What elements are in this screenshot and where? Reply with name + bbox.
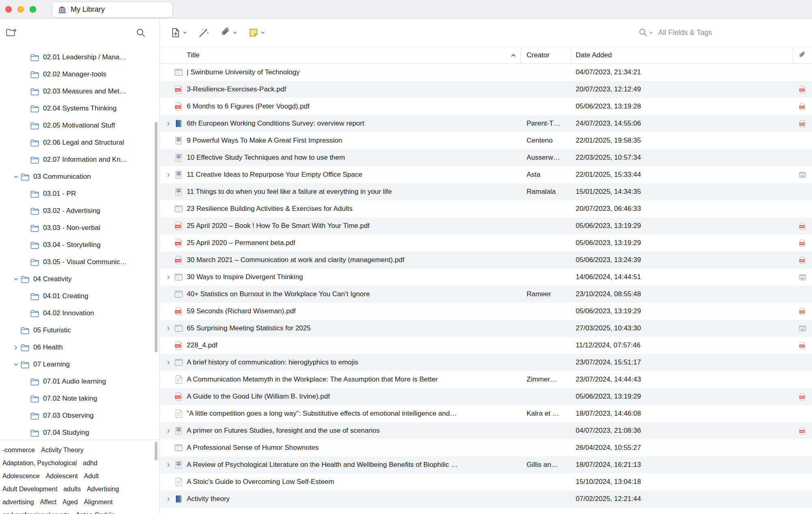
expand-chevron-icon[interactable] <box>164 461 173 469</box>
expand-chevron-icon[interactable] <box>164 273 173 282</box>
pdf-attachment-icon[interactable]: PDF <box>799 239 806 247</box>
tag-item[interactable]: Affect <box>40 499 56 506</box>
add-attachment-button[interactable] <box>220 27 237 38</box>
pdf-attachment-icon[interactable]: PDF <box>799 393 806 401</box>
pdf-attachment-icon[interactable]: PDF <box>799 120 806 128</box>
collection-item[interactable]: 07.03 Observing <box>0 407 159 424</box>
collection-item[interactable]: 02.04 Systems Thinking <box>0 100 159 117</box>
collection-item[interactable]: 03.05 - Visual Communic… <box>0 254 159 271</box>
minimize-button[interactable] <box>17 6 24 13</box>
collection-search-button[interactable] <box>135 27 147 39</box>
snapshot-attachment-icon[interactable] <box>799 325 806 332</box>
collection-item[interactable]: 05 Futuristic <box>0 322 159 339</box>
pdf-attachment-icon[interactable]: PDF <box>799 86 806 93</box>
collection-item[interactable]: 02.05 Motivational Stuff <box>0 117 159 134</box>
tag-item[interactable]: Alignment <box>84 499 112 506</box>
table-row[interactable]: “A little competition goes a long way”: … <box>160 405 812 422</box>
table-row[interactable]: PDF6 Months to 6 Figures (Peter Voogd).p… <box>160 98 812 115</box>
table-row[interactable]: PDF30 March 2021 – Communication at work… <box>160 252 812 269</box>
collection-item[interactable]: 03 Communication <box>0 168 159 185</box>
table-row[interactable]: A brief history of communication: hierog… <box>160 354 812 371</box>
collection-item[interactable]: 03.03 - Non-verbal <box>0 219 159 236</box>
chevron-down-icon[interactable] <box>11 172 20 181</box>
tag-item[interactable]: -commerce <box>2 447 35 454</box>
chevron-down-icon[interactable] <box>11 275 20 284</box>
expand-chevron-icon[interactable] <box>164 119 173 128</box>
add-by-identifier-button[interactable] <box>198 27 209 38</box>
table-row[interactable]: A Professional Sense of Humor Shownotes2… <box>160 439 812 456</box>
collection-item[interactable]: 07.02 Note taking <box>0 390 159 407</box>
collection-item[interactable]: 06 Health <box>0 339 159 356</box>
add-collection-button[interactable] <box>5 26 17 39</box>
collection-item[interactable]: 04 Creativity <box>0 271 159 288</box>
expand-chevron-icon[interactable] <box>164 427 173 435</box>
expand-chevron-icon[interactable] <box>164 171 173 179</box>
tag-item[interactable]: adhd <box>83 460 97 467</box>
snapshot-attachment-icon[interactable] <box>799 273 806 281</box>
collection-item[interactable]: 02.01 Leadership / Mana… <box>0 49 159 66</box>
table-row[interactable]: PDF25 April 2020 – Book ! How To Be Smar… <box>160 217 812 234</box>
new-note-button[interactable] <box>248 27 265 38</box>
pdf-attachment-icon[interactable]: PDF <box>799 308 806 315</box>
collection-item[interactable]: 02.06 Legal and Structural <box>0 134 159 151</box>
collection-item[interactable]: 03.02 - Advertising <box>0 202 159 219</box>
table-row[interactable]: 30 Ways to Inspire Divergent Thinking14/… <box>160 269 812 286</box>
collection-item[interactable]: 02.03 Measures and Met… <box>0 83 159 100</box>
table-row[interactable]: 6th European Working Conditions Survey: … <box>160 115 812 132</box>
chevron-down-icon[interactable] <box>11 360 20 369</box>
expand-chevron-icon[interactable] <box>164 358 173 367</box>
pdf-attachment-icon[interactable]: PDF <box>799 103 806 111</box>
collection-item[interactable]: 04.02 Innovation <box>0 305 159 322</box>
table-row[interactable]: 65 Surprising Meeting Statistics for 202… <box>160 320 812 337</box>
tag-item[interactable]: Activity Theory <box>41 447 84 454</box>
tag-item[interactable]: Adolescent <box>46 473 78 480</box>
table-row[interactable]: 40+ Statistics on Burnout in the Workpla… <box>160 286 812 303</box>
expand-chevron-icon[interactable] <box>164 324 173 333</box>
zoom-button[interactable] <box>30 6 36 13</box>
tag-item[interactable]: and professional sports <box>2 512 69 514</box>
tag-item[interactable]: Adult Development <box>2 486 57 493</box>
table-row[interactable]: PDF25 April 2020 – Permanent beta.pdf05/… <box>160 234 812 252</box>
tag-item[interactable]: adults <box>63 486 81 493</box>
collection-item[interactable]: 07.01 Audio learning <box>0 373 159 390</box>
column-header-attachment[interactable] <box>793 47 812 63</box>
table-row[interactable]: A Review of Psychological Literature on … <box>160 456 812 473</box>
column-header-creator[interactable]: Creator <box>520 47 571 63</box>
tag-scrollbar[interactable] <box>155 442 158 460</box>
tag-item[interactable]: Adult <box>84 473 99 480</box>
pdf-attachment-icon[interactable]: PDF <box>799 222 806 230</box>
collection-item[interactable]: 03.01 - PR <box>0 185 159 202</box>
tag-item[interactable]: Adolescence <box>2 473 40 480</box>
tag-item[interactable]: advertising <box>2 499 34 506</box>
collection-item[interactable]: 04.01 Creating <box>0 288 159 305</box>
table-row[interactable]: 10 Effective Study Techniques and how to… <box>160 149 812 166</box>
library-tab[interactable]: My Library <box>52 2 173 17</box>
table-row[interactable]: Activity theory07/02/2025, 12:21:44 <box>160 490 812 507</box>
table-row[interactable]: PDF59 Seconds (Richard Wiseman).pdf05/06… <box>160 303 812 320</box>
collection-item[interactable]: 03.04 - Storytelling <box>0 236 159 254</box>
collection-item[interactable]: 02.07 Information and Kn… <box>0 151 159 168</box>
tag-item[interactable]: Aged <box>63 499 78 506</box>
table-row[interactable]: 11 Creative Ideas to Repurpose Your Empt… <box>160 166 812 183</box>
column-header-date-added[interactable]: Date Added <box>571 47 793 63</box>
table-row[interactable]: PDFA Guide to the Good Life (William B. … <box>160 388 812 405</box>
table-row[interactable]: A Communication Metamyth in the Workplac… <box>160 371 812 388</box>
table-row[interactable]: 9 Powerful Ways To Make A Great First Im… <box>160 132 812 149</box>
pdf-attachment-icon[interactable]: PDF <box>799 256 806 264</box>
table-row[interactable]: A Stoic's Guide to Overcoming Low Self-E… <box>160 473 812 490</box>
chevron-right-icon[interactable] <box>11 343 20 352</box>
expand-chevron-icon[interactable] <box>164 495 173 503</box>
collection-item[interactable]: 07.04 Studying <box>0 424 159 440</box>
quick-search-input[interactable]: All Fields & Tags <box>638 28 805 37</box>
table-row[interactable]: PDF228_4.pdf11/12/2024, 07:57:46PDF <box>160 337 812 354</box>
snapshot-attachment-icon[interactable] <box>799 171 806 179</box>
sidebar-scrollbar[interactable] <box>155 122 158 352</box>
pdf-attachment-icon[interactable]: PDF <box>799 427 806 435</box>
tag-item[interactable]: Advertising <box>87 486 119 493</box>
collection-item[interactable]: 02.02 Manager-tools <box>0 66 159 83</box>
tag-item[interactable]: Adaptation, Psychological <box>2 460 77 467</box>
table-row[interactable]: A primer on Futures Studies, foresight a… <box>160 422 812 439</box>
pdf-attachment-icon[interactable]: PDF <box>799 342 806 349</box>
close-button[interactable] <box>5 6 12 13</box>
table-row[interactable]: 11 Things to do when you feel like a fai… <box>160 183 812 200</box>
